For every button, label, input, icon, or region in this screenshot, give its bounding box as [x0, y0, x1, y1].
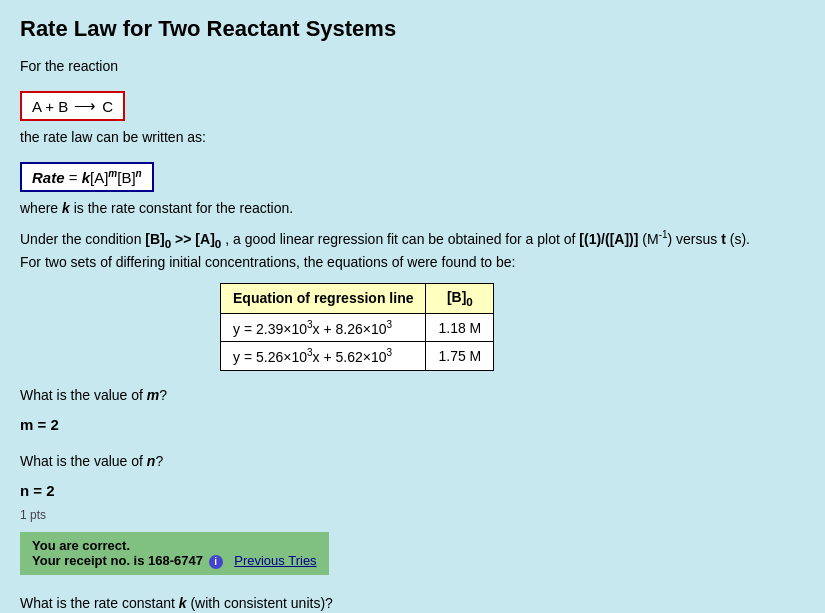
conc-cell: 1.75 M [426, 342, 494, 371]
q1-block: What is the value of m? m = 2 [20, 385, 805, 437]
regression-table: Equation of regression line [B]0 y = 2.3… [220, 283, 494, 371]
info-icon[interactable]: i [209, 555, 223, 569]
where-text: where k is the rate constant for the rea… [20, 198, 805, 219]
reaction-right: C [102, 98, 113, 115]
table-col2-header: [B]0 [426, 283, 494, 313]
q3-block: What is the rate constant k (with consis… [20, 593, 805, 613]
rate-law-box: Rate = k[A]m[B]n [20, 162, 154, 192]
equation-cell: y = 2.39×103x + 8.26×103 [221, 313, 426, 342]
intro-text: For the reaction [20, 56, 805, 77]
q2-question: What is the value of n? [20, 451, 805, 472]
reaction-arrow: ⟶ [74, 97, 96, 115]
table-col1-header: Equation of regression line [221, 283, 426, 313]
condition-text: Under the condition [B]0 >> [A]0 , a goo… [20, 227, 805, 273]
rate-m-sup: m [108, 168, 117, 179]
rate-law-text: Rate = k[A]m[B]n [32, 169, 142, 186]
q2-pts: 1 pts [20, 506, 805, 524]
q3-question: What is the rate constant k (with consis… [20, 593, 805, 613]
page-title: Rate Law for Two Reactant Systems [20, 16, 805, 42]
q2-answer: n = 2 [20, 480, 805, 503]
equation-cell: y = 5.26×103x + 5.62×103 [221, 342, 426, 371]
q2-block: What is the value of n? n = 2 1 pts You … [20, 451, 805, 580]
reaction-left: A + B [32, 98, 68, 115]
q1-answer: m = 2 [20, 414, 805, 437]
q1-question: What is the value of m? [20, 385, 805, 406]
table-row: y = 2.39×103x + 8.26×1031.18 M [221, 313, 494, 342]
rate-n-sup: n [136, 168, 142, 179]
table-row: y = 5.26×103x + 5.62×1031.75 M [221, 342, 494, 371]
receipt-msg: Your receipt no. is 168-6747 i [32, 553, 226, 568]
correct-box: You are correct. Your receipt no. is 168… [20, 532, 329, 575]
rate-law-intro: the rate law can be written as: [20, 127, 805, 148]
correct-msg: You are correct. [32, 538, 130, 553]
reaction-box: A + B ⟶ C [20, 91, 125, 121]
conc-cell: 1.18 M [426, 313, 494, 342]
prev-tries-link-q2[interactable]: Previous Tries [234, 553, 316, 568]
